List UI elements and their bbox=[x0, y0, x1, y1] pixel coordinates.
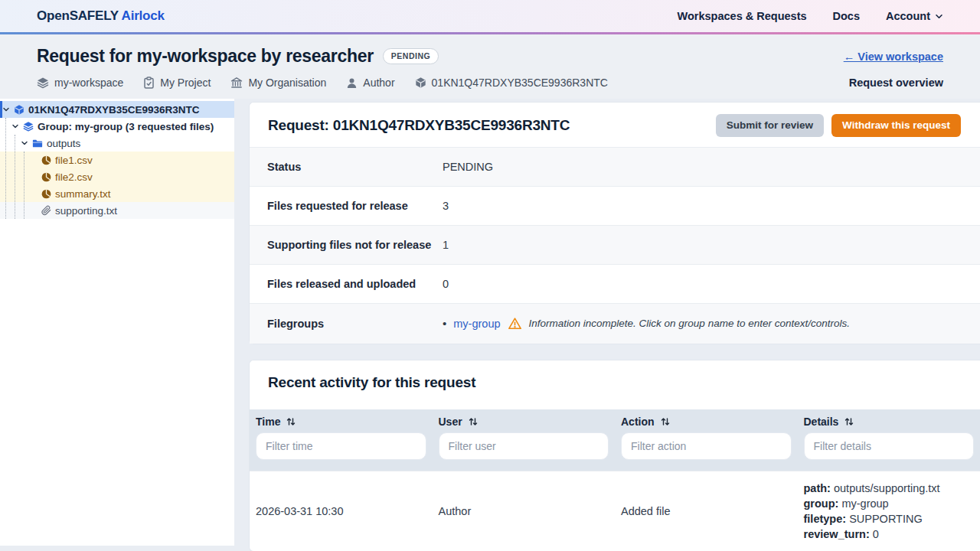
chevron-down-icon[interactable] bbox=[2, 106, 10, 113]
tree-guide bbox=[24, 152, 24, 219]
withdraw-request-button[interactable]: Withdraw this request bbox=[831, 114, 961, 137]
tree-item-supporting[interactable]: supporting.txt bbox=[0, 202, 234, 219]
meta-author-label: Author bbox=[363, 77, 394, 89]
tree-outputs-label: outputs bbox=[47, 138, 80, 149]
column-label: Time bbox=[256, 416, 280, 428]
tree-file-label: supporting.txt bbox=[55, 205, 117, 217]
activity-time: 2026-03-31 10:30 bbox=[250, 471, 433, 551]
meta-project: My Project bbox=[143, 77, 211, 89]
column-label: Action bbox=[621, 416, 655, 428]
activity-row: 2026-03-31 10:30 Author Added file path:… bbox=[250, 471, 980, 551]
column-header-time[interactable]: Time bbox=[250, 409, 433, 432]
filter-time-input[interactable] bbox=[256, 432, 426, 460]
summary-row-status: Status PENDING bbox=[250, 147, 980, 186]
recent-activity-card: Recent activity for this request Time bbox=[249, 360, 980, 551]
chevron-down-icon bbox=[935, 12, 943, 21]
nav-workspaces-requests[interactable]: Workspaces & Requests bbox=[678, 10, 807, 22]
tree-item-group[interactable]: Group: my-group (3 requested files) bbox=[0, 118, 234, 135]
meta-organisation: My Organisation bbox=[230, 77, 326, 89]
tree-item-file2[interactable]: file2.csv bbox=[0, 168, 234, 185]
package-icon bbox=[415, 77, 426, 89]
column-label: Details bbox=[804, 416, 839, 428]
filter-details-input[interactable] bbox=[804, 432, 975, 460]
tree-guide bbox=[5, 118, 6, 219]
logo-primary: OpenSAFELY bbox=[37, 8, 119, 23]
app-logo[interactable]: OpenSAFELY Airlock bbox=[37, 8, 165, 24]
meta-project-label: My Project bbox=[160, 77, 211, 89]
view-workspace-link[interactable]: ← View workspace bbox=[844, 51, 943, 63]
summary-row-files-released: Files released and uploaded 0 bbox=[250, 264, 980, 303]
status-badge: PENDING bbox=[383, 48, 439, 64]
detail-key: review_turn: bbox=[804, 528, 870, 540]
tree-item-summary[interactable]: summary.txt bbox=[0, 185, 234, 202]
nav-links: Workspaces & Requests Docs Account bbox=[678, 10, 943, 22]
package-icon bbox=[14, 104, 24, 116]
column-header-details[interactable]: Details bbox=[798, 409, 980, 432]
file-tree-sidebar: 01KN1Q47RDXYB35CE9936R3NTC Group: my-gro… bbox=[0, 99, 234, 546]
tree-file-label: file1.csv bbox=[55, 155, 93, 166]
main-content: Request: 01KN1Q47RDXYB35CE9936R3NTC Subm… bbox=[249, 99, 980, 546]
tree-file-label: file2.csv bbox=[55, 171, 93, 183]
bullet: • bbox=[443, 317, 446, 330]
meta-author: Author bbox=[346, 77, 394, 89]
sidebar-content-gap bbox=[234, 99, 249, 546]
activity-table: Time User bbox=[250, 409, 980, 551]
submit-for-review-button[interactable]: Submit for review bbox=[716, 114, 824, 137]
tree-item-file1[interactable]: file1.csv bbox=[0, 152, 234, 168]
bank-icon bbox=[230, 77, 243, 89]
tree-request-id-label: 01KN1Q47RDXYB35CE9936R3NTC bbox=[28, 104, 200, 116]
tree-file-label: summary.txt bbox=[55, 188, 111, 200]
sort-icon[interactable] bbox=[469, 417, 478, 426]
summary-row-files-requested: Files requested for release 3 bbox=[250, 186, 980, 225]
meta-workspace-label: my-workspace bbox=[54, 77, 123, 89]
activity-details: path: outputs/supporting.txt group: my-g… bbox=[798, 471, 980, 551]
summary-value: 1 bbox=[443, 239, 449, 251]
page-title: Request for my-workspace by researcher bbox=[37, 46, 374, 67]
chevron-down-icon[interactable] bbox=[21, 139, 28, 147]
detail-value: my-group bbox=[841, 497, 888, 510]
meta-request-id: 01KN1Q47RDXYB35CE9936R3NTC bbox=[415, 77, 608, 89]
nav-docs[interactable]: Docs bbox=[833, 10, 860, 22]
logo-secondary: Airlock bbox=[122, 8, 165, 23]
top-navbar: OpenSAFELY Airlock Workspaces & Requests… bbox=[0, 0, 980, 34]
request-card-title: Request: 01KN1Q47RDXYB35CE9936R3NTC bbox=[268, 117, 570, 134]
detail-key: filetype: bbox=[804, 513, 847, 525]
filegroup-warning-text: Information incomplete. Click on group n… bbox=[529, 318, 850, 329]
activity-card-title: Recent activity for this request bbox=[268, 374, 962, 391]
page-header: Request for my-workspace by researcher P… bbox=[0, 34, 980, 99]
pie-chart-icon bbox=[41, 172, 51, 182]
detail-value: 0 bbox=[873, 528, 879, 540]
filter-action-input[interactable] bbox=[621, 432, 792, 460]
column-header-user[interactable]: User bbox=[433, 409, 616, 432]
filter-user-input[interactable] bbox=[439, 432, 609, 460]
request-overview-label: Request overview bbox=[849, 77, 943, 89]
clipboard-icon bbox=[143, 77, 155, 89]
summary-row-supporting-files: Supporting files not for release 1 bbox=[250, 225, 980, 264]
sort-icon[interactable] bbox=[286, 417, 296, 426]
pie-chart-icon bbox=[41, 189, 51, 199]
activity-action: Added file bbox=[615, 471, 798, 551]
file-tree: 01KN1Q47RDXYB35CE9936R3NTC Group: my-gro… bbox=[0, 101, 234, 219]
summary-label: Files released and uploaded bbox=[267, 278, 443, 290]
detail-key: group: bbox=[804, 497, 839, 510]
sort-icon[interactable] bbox=[844, 417, 854, 426]
request-summary-card: Request: 01KN1Q47RDXYB35CE9936R3NTC Subm… bbox=[249, 102, 980, 344]
tree-item-request-root[interactable]: 01KN1Q47RDXYB35CE9936R3NTC bbox=[0, 101, 234, 118]
layers-icon bbox=[23, 121, 34, 132]
user-icon bbox=[346, 77, 358, 89]
nav-account-menu[interactable]: Account bbox=[886, 10, 943, 22]
paperclip-icon bbox=[41, 205, 51, 216]
nav-account-label: Account bbox=[886, 10, 930, 22]
filegroup-link[interactable]: my-group bbox=[453, 318, 500, 330]
chevron-down-icon[interactable] bbox=[11, 122, 19, 130]
summary-value: 3 bbox=[443, 200, 449, 212]
column-label: User bbox=[439, 416, 462, 428]
summary-value: 0 bbox=[443, 278, 449, 290]
column-header-action[interactable]: Action bbox=[615, 409, 798, 432]
meta-organisation-label: My Organisation bbox=[248, 77, 326, 89]
summary-row-filegroups: Filegroups • my-group Information incomp… bbox=[250, 303, 980, 344]
warning-icon bbox=[508, 317, 522, 331]
tree-item-outputs-folder[interactable]: outputs bbox=[0, 135, 234, 152]
summary-label: Supporting files not for release bbox=[267, 239, 443, 251]
sort-icon[interactable] bbox=[661, 417, 670, 426]
